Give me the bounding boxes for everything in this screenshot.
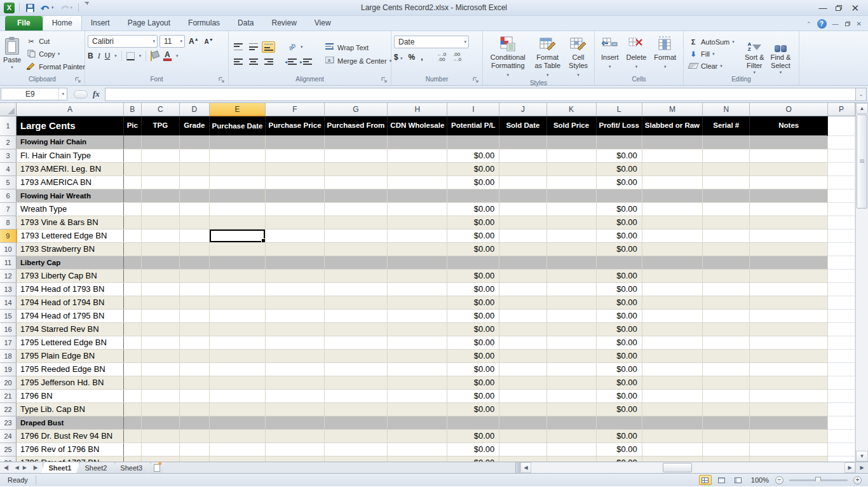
cell-E13[interactable] bbox=[209, 282, 266, 296]
cell-B20[interactable] bbox=[124, 376, 142, 389]
cell-N11[interactable] bbox=[703, 256, 750, 269]
cell-O22[interactable] bbox=[750, 402, 828, 416]
row-header-17[interactable]: 17 bbox=[0, 336, 17, 349]
cell-A3[interactable]: Fl. Hair Chain Type bbox=[17, 149, 124, 162]
column-header-A[interactable]: A bbox=[17, 103, 124, 116]
tab-file[interactable]: File bbox=[5, 16, 43, 31]
cell-F16[interactable] bbox=[266, 322, 324, 336]
decrease-decimal-icon[interactable]: .00→.0 bbox=[452, 52, 461, 62]
cell-D23[interactable] bbox=[179, 416, 209, 429]
cell-H10[interactable] bbox=[388, 242, 447, 256]
cell-K26[interactable] bbox=[546, 456, 596, 462]
cell-C16[interactable] bbox=[141, 322, 179, 336]
cell-E7[interactable] bbox=[209, 202, 266, 216]
cell-J9[interactable] bbox=[499, 229, 546, 242]
column-header-B[interactable]: B bbox=[124, 103, 142, 116]
cell-O25[interactable] bbox=[750, 442, 828, 456]
grow-font-icon[interactable]: A▲ bbox=[187, 37, 201, 46]
cell-B21[interactable] bbox=[124, 389, 142, 402]
cell-P11[interactable] bbox=[828, 256, 855, 269]
cell-G19[interactable] bbox=[324, 362, 388, 376]
cell-I10[interactable]: $0.00 bbox=[447, 242, 499, 256]
cell-M14[interactable] bbox=[642, 296, 702, 309]
cell-N25[interactable] bbox=[703, 442, 750, 456]
cell-F8[interactable] bbox=[266, 216, 324, 229]
row-header-12[interactable]: 12 bbox=[0, 269, 17, 282]
cell-G4[interactable] bbox=[324, 162, 388, 175]
cell-P12[interactable] bbox=[828, 269, 855, 282]
cell-B24[interactable] bbox=[124, 429, 142, 442]
cell-B22[interactable] bbox=[124, 402, 142, 416]
align-middle-icon[interactable] bbox=[247, 41, 260, 53]
scroll-left-icon[interactable]: ◀ bbox=[520, 462, 531, 473]
normal-view-button[interactable] bbox=[699, 475, 712, 485]
cell-O11[interactable] bbox=[750, 256, 828, 269]
cell-P26[interactable] bbox=[828, 456, 855, 462]
cell-L26[interactable]: $0.00 bbox=[596, 456, 642, 462]
percent-style-button[interactable]: % bbox=[409, 53, 416, 62]
cell-M17[interactable] bbox=[642, 336, 702, 349]
zoom-in-icon[interactable]: + bbox=[853, 476, 862, 484]
cell-N20[interactable] bbox=[703, 376, 750, 389]
cell-F26[interactable] bbox=[266, 456, 324, 462]
cell-I25[interactable]: $0.00 bbox=[447, 442, 499, 456]
cell-P2[interactable] bbox=[828, 135, 855, 149]
cell-O7[interactable] bbox=[750, 202, 828, 216]
cell-M7[interactable] bbox=[642, 202, 702, 216]
row-header-2[interactable]: 2 bbox=[0, 135, 17, 149]
cell-H5[interactable] bbox=[388, 175, 447, 189]
cell-I24[interactable]: $0.00 bbox=[447, 429, 499, 442]
cell-K13[interactable] bbox=[546, 282, 596, 296]
scroll-up-icon[interactable]: ▲ bbox=[856, 103, 868, 114]
cell-N9[interactable] bbox=[703, 229, 750, 242]
cell-L17[interactable]: $0.00 bbox=[596, 336, 642, 349]
cell-L5[interactable]: $0.00 bbox=[596, 175, 642, 189]
cell-F25[interactable] bbox=[266, 442, 324, 456]
column-header-E[interactable]: E bbox=[209, 103, 266, 116]
cell-A15[interactable]: 1794 Head of 1795 BN bbox=[17, 309, 124, 322]
cell-F12[interactable] bbox=[266, 269, 324, 282]
cell-A12[interactable]: 1793 Liberty Cap BN bbox=[17, 269, 124, 282]
cell-B3[interactable] bbox=[124, 149, 142, 162]
wrap-text-button[interactable]: Wrap Text bbox=[323, 42, 393, 53]
cell-G22[interactable] bbox=[324, 402, 388, 416]
column-header-G[interactable]: G bbox=[324, 103, 388, 116]
cell-C25[interactable] bbox=[141, 442, 179, 456]
cell-B7[interactable] bbox=[124, 202, 142, 216]
cell-K7[interactable] bbox=[546, 202, 596, 216]
cell-O10[interactable] bbox=[750, 242, 828, 256]
cell-N6[interactable] bbox=[703, 189, 750, 202]
cell-B15[interactable] bbox=[124, 309, 142, 322]
cell-O18[interactable] bbox=[750, 349, 828, 362]
cell-D18[interactable] bbox=[179, 349, 209, 362]
font-color-dropdown[interactable]: ▾ bbox=[176, 53, 179, 58]
cell-K9[interactable] bbox=[546, 229, 596, 242]
scroll-down-icon[interactable]: ▼ bbox=[856, 451, 868, 462]
cell-N3[interactable] bbox=[703, 149, 750, 162]
cell-P13[interactable] bbox=[828, 282, 855, 296]
cell-L11[interactable] bbox=[596, 256, 642, 269]
cell-K8[interactable] bbox=[546, 216, 596, 229]
cell-P14[interactable] bbox=[828, 296, 855, 309]
undo-icon[interactable]: ▾ bbox=[39, 2, 55, 13]
cell-E22[interactable] bbox=[209, 402, 266, 416]
cell-B2[interactable] bbox=[124, 135, 142, 149]
cell-E11[interactable] bbox=[209, 256, 266, 269]
cell-I4[interactable]: $0.00 bbox=[447, 162, 499, 175]
tab-insert[interactable]: Insert bbox=[82, 16, 119, 31]
cell-B16[interactable] bbox=[124, 322, 142, 336]
increase-indent-icon[interactable]: ▸ bbox=[301, 56, 314, 67]
cell-K19[interactable] bbox=[546, 362, 596, 376]
cell-J23[interactable] bbox=[499, 416, 546, 429]
cell-E9[interactable] bbox=[209, 229, 266, 242]
align-right-icon[interactable] bbox=[262, 56, 275, 67]
cell-M2[interactable] bbox=[642, 135, 702, 149]
cell-D9[interactable] bbox=[179, 229, 209, 242]
cell-A10[interactable]: 1793 Strawberry BN bbox=[17, 242, 124, 256]
cell-G16[interactable] bbox=[324, 322, 388, 336]
cell-K10[interactable] bbox=[546, 242, 596, 256]
cell-G5[interactable] bbox=[324, 175, 388, 189]
cell-E18[interactable] bbox=[209, 349, 266, 362]
cell-A6[interactable]: Flowing Hair Wreath bbox=[17, 189, 124, 202]
row-header-15[interactable]: 15 bbox=[0, 309, 17, 322]
